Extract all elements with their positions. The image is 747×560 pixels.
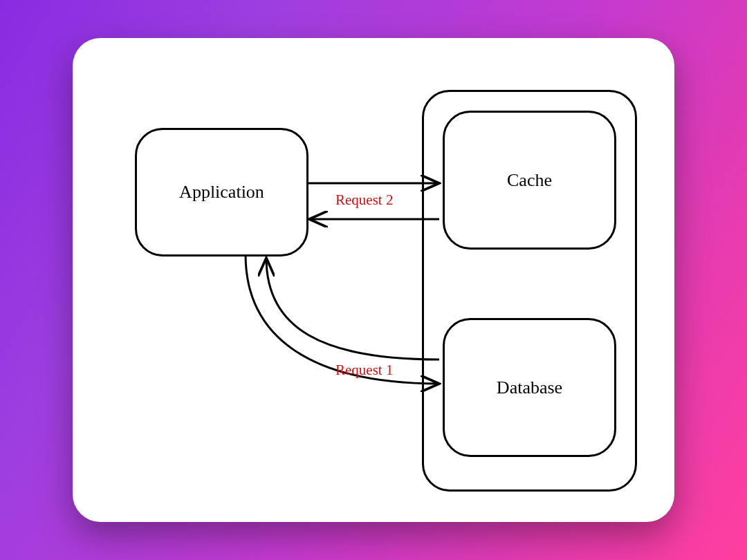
diagram-card: Application Cache Database — [73, 38, 674, 522]
arrows-layer — [73, 38, 674, 522]
request1-arrow-from-db — [266, 258, 439, 360]
request2-label: Request 2 — [335, 192, 393, 209]
request1-label: Request 1 — [335, 362, 393, 379]
gradient-background: Application Cache Database — [0, 0, 747, 560]
